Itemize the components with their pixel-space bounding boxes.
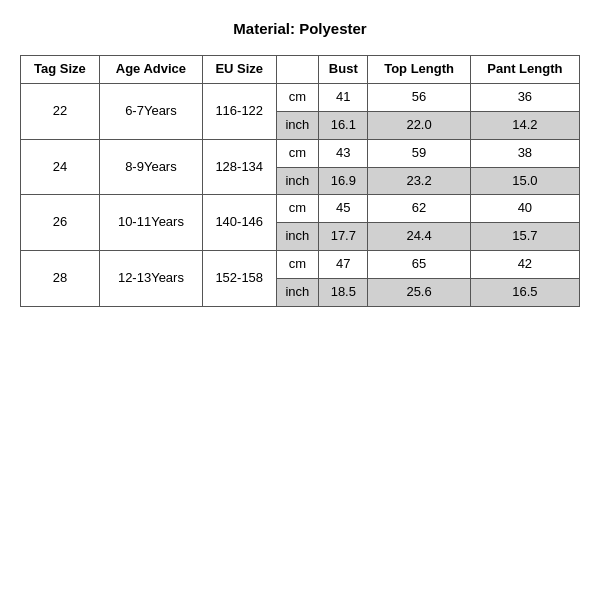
age-advice-28: 12-13Years [99, 251, 202, 307]
table-row: 22 6-7Years 116-122 cm 41 56 36 [21, 83, 580, 111]
pant-length-cm-24: 38 [470, 139, 579, 167]
header-age-advice: Age Advice [99, 56, 202, 84]
eu-size-22: 116-122 [202, 83, 276, 139]
eu-size-28: 152-158 [202, 251, 276, 307]
top-length-inch-22: 22.0 [368, 111, 470, 139]
unit-inch-26: inch [276, 223, 319, 251]
bust-inch-24: 16.9 [319, 167, 368, 195]
header-unit [276, 56, 319, 84]
unit-inch-28: inch [276, 279, 319, 307]
top-length-cm-24: 59 [368, 139, 470, 167]
top-length-inch-26: 24.4 [368, 223, 470, 251]
size-table: Tag Size Age Advice EU Size Bust Top Len… [20, 55, 580, 307]
tag-size-26: 26 [21, 195, 100, 251]
pant-length-cm-26: 40 [470, 195, 579, 223]
pant-length-cm-28: 42 [470, 251, 579, 279]
bust-cm-26: 45 [319, 195, 368, 223]
top-length-inch-24: 23.2 [368, 167, 470, 195]
table-row: 28 12-13Years 152-158 cm 47 65 42 [21, 251, 580, 279]
bust-inch-26: 17.7 [319, 223, 368, 251]
age-advice-26: 10-11Years [99, 195, 202, 251]
pant-length-cm-22: 36 [470, 83, 579, 111]
unit-inch-24: inch [276, 167, 319, 195]
bust-cm-28: 47 [319, 251, 368, 279]
age-advice-22: 6-7Years [99, 83, 202, 139]
pant-length-inch-26: 15.7 [470, 223, 579, 251]
top-length-cm-26: 62 [368, 195, 470, 223]
pant-length-inch-24: 15.0 [470, 167, 579, 195]
unit-cm-24: cm [276, 139, 319, 167]
bust-cm-22: 41 [319, 83, 368, 111]
eu-size-24: 128-134 [202, 139, 276, 195]
header-eu-size: EU Size [202, 56, 276, 84]
eu-size-26: 140-146 [202, 195, 276, 251]
top-length-inch-28: 25.6 [368, 279, 470, 307]
age-advice-24: 8-9Years [99, 139, 202, 195]
pant-length-inch-28: 16.5 [470, 279, 579, 307]
unit-cm-28: cm [276, 251, 319, 279]
header-tag-size: Tag Size [21, 56, 100, 84]
bust-inch-28: 18.5 [319, 279, 368, 307]
pant-length-inch-22: 14.2 [470, 111, 579, 139]
tag-size-24: 24 [21, 139, 100, 195]
unit-cm-26: cm [276, 195, 319, 223]
main-container: Material: Polyester Tag Size Age Advice … [20, 20, 580, 307]
top-length-cm-22: 56 [368, 83, 470, 111]
table-row: 26 10-11Years 140-146 cm 45 62 40 [21, 195, 580, 223]
unit-cm-22: cm [276, 83, 319, 111]
unit-inch-22: inch [276, 111, 319, 139]
tag-size-28: 28 [21, 251, 100, 307]
bust-cm-24: 43 [319, 139, 368, 167]
tag-size-22: 22 [21, 83, 100, 139]
header-top-length: Top Length [368, 56, 470, 84]
page-title: Material: Polyester [20, 20, 580, 37]
bust-inch-22: 16.1 [319, 111, 368, 139]
table-row: 24 8-9Years 128-134 cm 43 59 38 [21, 139, 580, 167]
top-length-cm-28: 65 [368, 251, 470, 279]
header-pant-length: Pant Length [470, 56, 579, 84]
header-bust: Bust [319, 56, 368, 84]
